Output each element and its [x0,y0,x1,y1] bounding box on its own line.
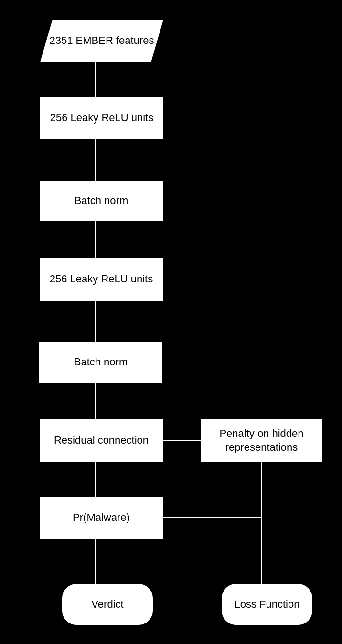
diagram-container: 2351 EMBER features 256 Leaky ReLU units… [0,0,342,644]
residual-connection-node: Residual connection [40,419,163,462]
leaky-relu-2-node: 256 Leaky ReLU units [40,258,163,301]
ember-features-node: 2351 EMBER features [40,20,163,62]
batch-norm-2-label: Batch norm [74,355,128,369]
pr-malware-label: Pr(Malware) [73,511,130,525]
residual-connection-label: Residual connection [54,434,149,447]
penalty-hidden-node: Penalty on hidden representations [201,419,322,462]
loss-function-node: Loss Function [222,584,312,625]
loss-function-label: Loss Function [235,598,300,612]
batch-norm-1-node: Batch norm [40,181,163,221]
verdict-label: Verdict [91,598,123,612]
leaky-relu-2-label: 256 Leaky ReLU units [50,272,153,286]
ember-features-label: 2351 EMBER features [50,34,154,48]
batch-norm-2-node: Batch norm [39,342,162,383]
leaky-relu-1-node: 256 Leaky ReLU units [40,97,163,139]
leaky-relu-1-label: 256 Leaky ReLU units [50,111,153,125]
batch-norm-1-label: Batch norm [75,194,128,208]
penalty-hidden-label: Penalty on hidden representations [202,427,321,454]
verdict-node: Verdict [62,584,153,625]
pr-malware-node: Pr(Malware) [40,497,163,539]
